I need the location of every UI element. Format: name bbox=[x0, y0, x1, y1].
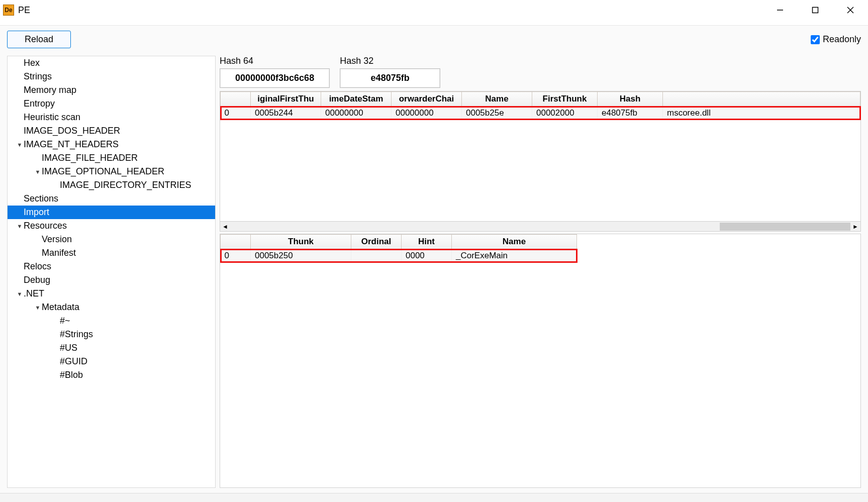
import-col-fwdchain[interactable]: orwarderChai bbox=[392, 92, 462, 107]
import-col-hash[interactable]: Hash bbox=[598, 92, 663, 107]
tree-disclosure-icon[interactable]: ▼ bbox=[34, 305, 42, 311]
tree-item-label: #Blob bbox=[60, 370, 83, 380]
thunk-table-wrap: Thunk Ordinal Hint Name 0 0005b250 0000 … bbox=[220, 234, 861, 488]
tree-item[interactable]: ▼Metadata bbox=[8, 300, 215, 314]
close-button[interactable] bbox=[833, 0, 868, 20]
scroll-right-icon[interactable]: ► bbox=[850, 222, 860, 231]
import-hscroll[interactable]: ◄ ► bbox=[220, 221, 860, 231]
import-col-firstthunk[interactable]: FirstThunk bbox=[532, 92, 598, 107]
tree-item[interactable]: ▼Resources bbox=[8, 219, 215, 233]
tree-disclosure-icon[interactable]: ▼ bbox=[34, 169, 42, 175]
titlebar: De PE bbox=[0, 0, 868, 20]
import-col-dll[interactable] bbox=[663, 92, 860, 107]
tree-item[interactable]: IMAGE_DOS_HEADER bbox=[8, 124, 215, 138]
import-cell: 0005b25e bbox=[462, 107, 532, 120]
thunk-cell bbox=[351, 249, 402, 263]
tree-item-label: Sections bbox=[24, 193, 58, 204]
tree-item[interactable]: Hex bbox=[8, 56, 215, 70]
import-cell: 0 bbox=[221, 107, 251, 120]
maximize-button[interactable] bbox=[798, 0, 833, 20]
thunk-col-ordinal[interactable]: Ordinal bbox=[351, 235, 402, 249]
tree-item[interactable]: #GUID bbox=[8, 355, 215, 368]
tree-item[interactable]: Import bbox=[8, 206, 215, 219]
import-cell: 00000000 bbox=[392, 107, 462, 120]
tree-item[interactable]: #Strings bbox=[8, 328, 215, 341]
thunk-table[interactable]: Thunk Ordinal Hint Name 0 0005b250 0000 … bbox=[220, 234, 577, 262]
tree-panel[interactable]: HexStringsMemory mapEntropyHeuristic sca… bbox=[7, 56, 216, 488]
tree-item-label: Entropy bbox=[24, 98, 55, 109]
import-cell: 00000000 bbox=[321, 107, 392, 120]
content-area: Reload Readonly HexStringsMemory mapEntr… bbox=[0, 25, 868, 493]
tree-item-label: Strings bbox=[24, 71, 52, 82]
window-title: PE bbox=[18, 5, 30, 16]
tree-item[interactable]: Heuristic scan bbox=[8, 111, 215, 124]
tree-item-label: Relocs bbox=[24, 261, 51, 272]
thunk-col-hint[interactable]: Hint bbox=[402, 235, 452, 249]
tree-item[interactable]: ▼IMAGE_NT_HEADERS bbox=[8, 138, 215, 151]
tree-item[interactable]: Version bbox=[8, 233, 215, 246]
tree-item-label: Manifest bbox=[42, 248, 76, 258]
tree-item[interactable]: Strings bbox=[8, 70, 215, 83]
tree-item-label: IMAGE_DIRECTORY_ENTRIES bbox=[60, 180, 191, 190]
tree-item-label: IMAGE_NT_HEADERS bbox=[24, 139, 119, 150]
tree-item[interactable]: Memory map bbox=[8, 83, 215, 97]
import-row[interactable]: 0 0005b244 00000000 00000000 0005b25e 00… bbox=[221, 107, 860, 120]
tree-item-label: Import bbox=[24, 207, 49, 218]
tree-item-label: Hex bbox=[24, 58, 40, 68]
window-controls bbox=[762, 0, 868, 20]
scroll-left-icon[interactable]: ◄ bbox=[220, 222, 230, 231]
tree-item[interactable]: Relocs bbox=[8, 260, 215, 273]
tree-item-label: #~ bbox=[60, 316, 70, 326]
tree-item[interactable]: ▼IMAGE_OPTIONAL_HEADER bbox=[8, 165, 215, 178]
svg-rect-1 bbox=[813, 8, 818, 13]
thunk-col-thunk[interactable]: Thunk bbox=[251, 235, 351, 249]
tree-item-label: IMAGE_DOS_HEADER bbox=[24, 126, 120, 136]
hash32-value[interactable]: e48075fb bbox=[340, 68, 440, 88]
tree-item[interactable]: #Blob bbox=[8, 368, 215, 382]
thunk-col-index[interactable] bbox=[221, 235, 251, 249]
tree-disclosure-icon[interactable]: ▼ bbox=[16, 291, 24, 297]
reload-button[interactable]: Reload bbox=[7, 31, 71, 48]
readonly-checkbox-wrap[interactable]: Readonly bbox=[811, 34, 861, 45]
tree-item[interactable]: Manifest bbox=[8, 246, 215, 260]
right-panel: Hash 64 00000000f3bc6c68 Hash 32 e48075f… bbox=[220, 56, 861, 488]
tree-disclosure-icon[interactable]: ▼ bbox=[16, 223, 24, 229]
tree-item[interactable]: ▼.NET bbox=[8, 287, 215, 300]
tree-item[interactable]: #US bbox=[8, 341, 215, 355]
import-table[interactable]: iginalFirstThu imeDateStam orwarderChai … bbox=[220, 91, 860, 120]
window-resize-grip[interactable] bbox=[0, 493, 868, 502]
import-col-name[interactable]: Name bbox=[462, 92, 532, 107]
scroll-track[interactable] bbox=[230, 223, 850, 231]
hash64-value[interactable]: 00000000f3bc6c68 bbox=[220, 68, 330, 88]
import-table-wrap: iginalFirstThu imeDateStam orwarderChai … bbox=[220, 91, 861, 232]
tree-item[interactable]: Sections bbox=[8, 192, 215, 206]
tree-item-label: #Strings bbox=[60, 329, 93, 340]
app-icon: De bbox=[3, 5, 14, 16]
hash64-label: Hash 64 bbox=[220, 56, 330, 66]
tree-item-label: Resources bbox=[24, 221, 67, 231]
import-col-oft[interactable]: iginalFirstThu bbox=[251, 92, 321, 107]
thunk-row[interactable]: 0 0005b250 0000 _CorExeMain bbox=[221, 249, 577, 263]
thunk-col-name[interactable]: Name bbox=[452, 235, 577, 249]
tree-item[interactable]: IMAGE_DIRECTORY_ENTRIES bbox=[8, 178, 215, 192]
import-col-index[interactable] bbox=[221, 92, 251, 107]
tree-item-label: .NET bbox=[24, 288, 44, 299]
tree-item-label: Debug bbox=[24, 275, 50, 285]
tree-disclosure-icon[interactable]: ▼ bbox=[16, 142, 24, 148]
minimize-button[interactable] bbox=[762, 0, 798, 20]
import-cell: 00002000 bbox=[532, 107, 598, 120]
tree-item-label: Heuristic scan bbox=[24, 112, 80, 123]
readonly-checkbox[interactable] bbox=[811, 35, 820, 44]
tree-item[interactable]: #~ bbox=[8, 314, 215, 328]
tree-item[interactable]: Entropy bbox=[8, 97, 215, 111]
import-col-timedate[interactable]: imeDateStam bbox=[321, 92, 392, 107]
scroll-thumb[interactable] bbox=[720, 223, 850, 231]
thunk-cell: _CorExeMain bbox=[452, 249, 577, 263]
tree-item[interactable]: Debug bbox=[8, 273, 215, 287]
tree-item-label: Version bbox=[42, 234, 72, 245]
tree-item-label: #GUID bbox=[60, 356, 87, 367]
readonly-label: Readonly bbox=[823, 34, 861, 45]
tree-item[interactable]: IMAGE_FILE_HEADER bbox=[8, 151, 215, 165]
tree-item-label: #US bbox=[60, 343, 77, 353]
import-cell: e48075fb bbox=[598, 107, 663, 120]
